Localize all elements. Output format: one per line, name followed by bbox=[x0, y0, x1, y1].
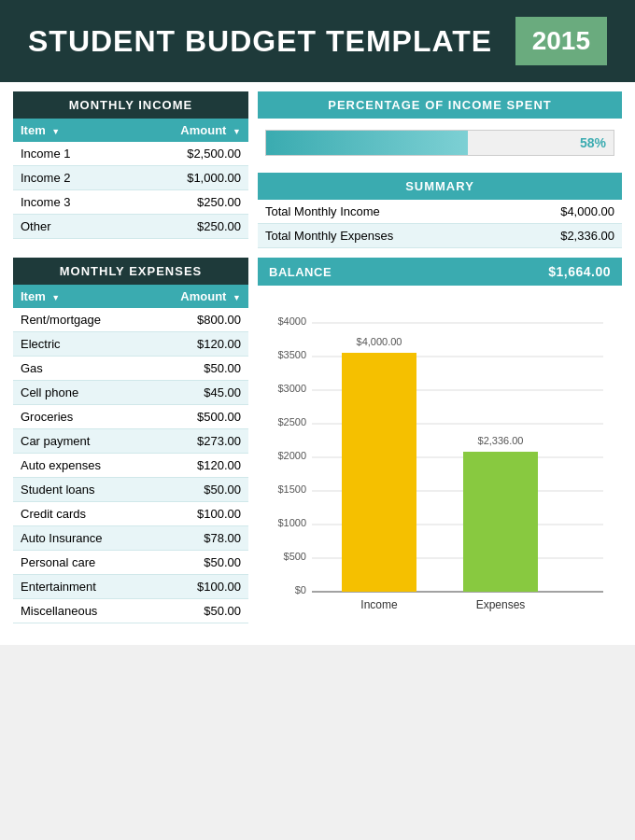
summary-row: Total Monthly Expenses $2,336.00 bbox=[258, 224, 622, 248]
income-header: MONTHLY INCOME bbox=[13, 91, 248, 119]
svg-text:$2500: $2500 bbox=[277, 416, 306, 427]
percentage-header: PERCENTAGE OF INCOME SPENT bbox=[258, 91, 622, 119]
income-item: Income 3 bbox=[13, 190, 122, 215]
expense-row: Student loans $50.00 bbox=[13, 478, 248, 502]
income-bar bbox=[342, 353, 416, 592]
expense-item: Car payment bbox=[13, 429, 146, 454]
svg-text:$4000: $4000 bbox=[277, 315, 306, 327]
svg-text:$1500: $1500 bbox=[277, 483, 306, 495]
income-row: Income 3 $250.00 bbox=[13, 190, 248, 215]
expense-item: Groceries bbox=[13, 405, 146, 429]
expense-row: Car payment $273.00 bbox=[13, 429, 248, 454]
income-section: MONTHLY INCOME Item ▼ Amount ▼ bbox=[13, 91, 248, 248]
expenses-bar bbox=[463, 452, 538, 592]
expense-row: Groceries $500.00 bbox=[13, 405, 248, 429]
summary-value: $4,000.00 bbox=[503, 200, 622, 224]
income-row: Income 1 $2,500.00 bbox=[13, 142, 248, 166]
expenses-amount-col-header: Amount ▼ bbox=[146, 285, 248, 308]
income-item: Income 1 bbox=[13, 142, 122, 166]
expense-row: Miscellaneous $50.00 bbox=[13, 599, 248, 623]
expense-row: Credit cards $100.00 bbox=[13, 502, 248, 526]
expense-amount: $50.00 bbox=[146, 599, 248, 623]
expense-amount: $100.00 bbox=[146, 575, 248, 599]
income-table: Item ▼ Amount ▼ Income 1 $2,500.00 Inc bbox=[13, 119, 248, 239]
expense-row: Auto Insurance $78.00 bbox=[13, 526, 248, 551]
expense-amount: $45.00 bbox=[146, 381, 248, 405]
expense-item: Entertainment bbox=[13, 575, 146, 599]
percentage-bar-container: 58% bbox=[258, 119, 622, 167]
expense-amount: $800.00 bbox=[146, 308, 248, 332]
expense-amount: $100.00 bbox=[146, 502, 248, 526]
exp-amount-dropdown-icon[interactable]: ▼ bbox=[233, 293, 241, 302]
expense-row: Entertainment $100.00 bbox=[13, 575, 248, 599]
expense-item: Cell phone bbox=[13, 381, 146, 405]
expenses-item-col-header: Item ▼ bbox=[13, 285, 146, 308]
expense-amount: $78.00 bbox=[146, 526, 248, 551]
income-amount: $250.00 bbox=[122, 190, 248, 215]
bar-chart: $0 $500 $1000 $1500 $2000 $2500 $3000 $3… bbox=[267, 304, 613, 622]
income-row: Income 2 $1,000.00 bbox=[13, 166, 248, 190]
chart-section: BALANCE $1,664.00 $0 $500 $1000 $1500 $2… bbox=[258, 258, 622, 636]
summary-row: Total Monthly Income $4,000.00 bbox=[258, 200, 622, 224]
progress-label: 58% bbox=[580, 135, 606, 150]
top-section: MONTHLY INCOME Item ▼ Amount ▼ bbox=[13, 91, 622, 248]
expense-amount: $120.00 bbox=[146, 332, 248, 357]
expense-row: Cell phone $45.00 bbox=[13, 381, 248, 405]
summary-section: SUMMARY Total Monthly Income $4,000.00 T… bbox=[258, 173, 622, 248]
expense-amount: $500.00 bbox=[146, 405, 248, 429]
expense-item: Auto Insurance bbox=[13, 526, 146, 551]
svg-text:$3500: $3500 bbox=[277, 349, 306, 360]
exp-item-dropdown-icon[interactable]: ▼ bbox=[51, 293, 60, 302]
expenses-section: MONTHLY EXPENSES Item ▼ Amount ▼ bbox=[13, 258, 248, 636]
svg-text:$2,336.00: $2,336.00 bbox=[478, 435, 524, 446]
summary-header: SUMMARY bbox=[258, 173, 622, 200]
header: STUDENT BUDGET TEMPLATE 2015 bbox=[0, 0, 635, 82]
svg-text:$2000: $2000 bbox=[277, 450, 306, 461]
chart-area: $0 $500 $1000 $1500 $2000 $2500 $3000 $3… bbox=[258, 295, 622, 636]
expense-amount: $273.00 bbox=[146, 429, 248, 454]
income-amount-col-header: Amount ▼ bbox=[122, 119, 248, 142]
expense-amount: $120.00 bbox=[146, 454, 248, 478]
bottom-section: MONTHLY EXPENSES Item ▼ Amount ▼ bbox=[13, 258, 622, 636]
expense-item: Student loans bbox=[13, 478, 146, 502]
expense-item: Miscellaneous bbox=[13, 599, 146, 623]
summary-label: Total Monthly Income bbox=[258, 200, 503, 224]
expense-row: Personal care $50.00 bbox=[13, 551, 248, 575]
expense-row: Electric $120.00 bbox=[13, 332, 248, 357]
amount-dropdown-icon[interactable]: ▼ bbox=[233, 127, 241, 136]
svg-text:Expenses: Expenses bbox=[476, 598, 526, 611]
income-item: Other bbox=[13, 215, 122, 239]
svg-text:$500: $500 bbox=[284, 551, 306, 562]
expense-amount: $50.00 bbox=[146, 357, 248, 381]
balance-bar: BALANCE $1,664.00 bbox=[258, 258, 622, 286]
year-badge: 2015 bbox=[515, 17, 607, 65]
balance-value: $1,664.00 bbox=[548, 264, 611, 279]
svg-text:$3000: $3000 bbox=[277, 383, 306, 394]
expense-item: Personal care bbox=[13, 551, 146, 575]
expenses-header: MONTHLY EXPENSES bbox=[13, 258, 248, 285]
expense-row: Gas $50.00 bbox=[13, 357, 248, 381]
income-amount: $250.00 bbox=[122, 215, 248, 239]
page-title: STUDENT BUDGET TEMPLATE bbox=[28, 24, 492, 59]
expense-item: Credit cards bbox=[13, 502, 146, 526]
expense-item: Electric bbox=[13, 332, 146, 357]
progress-bar bbox=[266, 131, 468, 155]
item-dropdown-icon[interactable]: ▼ bbox=[51, 127, 60, 136]
expense-item: Gas bbox=[13, 357, 146, 381]
expenses-table: Item ▼ Amount ▼ Rent/mortgage $800.00 bbox=[13, 285, 248, 623]
expense-row: Rent/mortgage $800.00 bbox=[13, 308, 248, 332]
summary-label: Total Monthly Expenses bbox=[258, 224, 503, 248]
summary-table: Total Monthly Income $4,000.00 Total Mon… bbox=[258, 200, 622, 248]
main-content: MONTHLY INCOME Item ▼ Amount ▼ bbox=[0, 82, 635, 645]
expense-amount: $50.00 bbox=[146, 478, 248, 502]
expense-amount: $50.00 bbox=[146, 551, 248, 575]
right-top-section: PERCENTAGE OF INCOME SPENT 58% SUMMARY T… bbox=[258, 91, 622, 248]
balance-label: BALANCE bbox=[269, 265, 332, 279]
svg-text:$1000: $1000 bbox=[277, 517, 306, 528]
income-amount: $1,000.00 bbox=[122, 166, 248, 190]
expense-item: Auto expenses bbox=[13, 454, 146, 478]
svg-text:Income: Income bbox=[360, 598, 398, 611]
income-row: Other $250.00 bbox=[13, 215, 248, 239]
income-item: Income 2 bbox=[13, 166, 122, 190]
svg-text:$0: $0 bbox=[295, 584, 306, 595]
